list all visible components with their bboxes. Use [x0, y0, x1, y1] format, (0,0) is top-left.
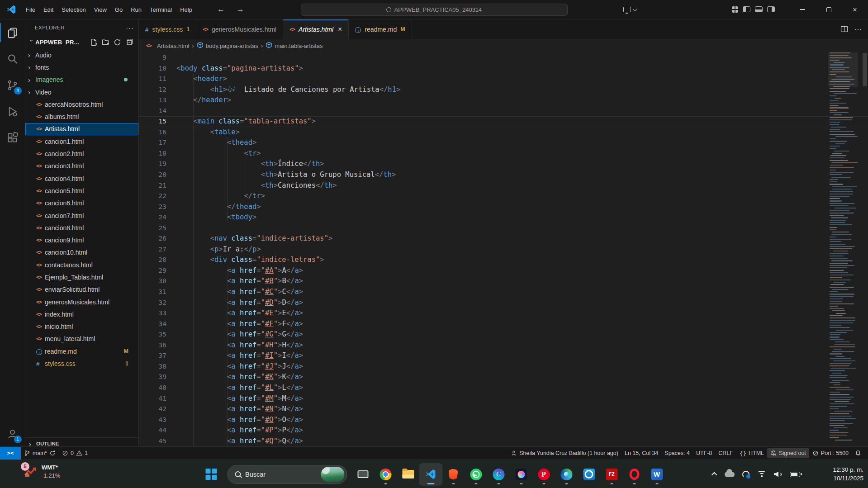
explorer-item-cancion2.html[interactable]: <>cancion2.html: [25, 147, 138, 160]
taskbar-icon-filezilla[interactable]: [600, 464, 623, 485]
cursor-position-item[interactable]: Ln 15, Col 34: [621, 448, 661, 458]
sync-tray-icon[interactable]: [742, 471, 749, 478]
back-arrow-icon[interactable]: ←: [217, 5, 225, 14]
code-line-20[interactable]: 20 <th>Artista o Grupo Musical</th>: [139, 170, 868, 180]
remote-indicator[interactable]: ><: [0, 447, 21, 460]
menu-terminal[interactable]: Terminal: [146, 4, 176, 15]
tab-generosMusicales.html[interactable]: <>generosMusicales.html: [196, 19, 283, 39]
taskbar-icon-pinterest[interactable]: [532, 464, 555, 485]
explorer-item-styless.css[interactable]: #styless.css1: [25, 357, 138, 370]
line-number[interactable]: 34: [139, 319, 166, 330]
taskbar-icon-outlook[interactable]: [578, 464, 600, 485]
explorer-item-Imagenes[interactable]: ›Imagenes: [25, 74, 138, 86]
language-mode-item[interactable]: {} HTML: [736, 448, 767, 458]
code-line-15[interactable]: 15 <main class="tabla-artistas">: [139, 116, 868, 127]
extensions-view-icon[interactable]: [0, 124, 25, 151]
line-number[interactable]: 42: [139, 404, 166, 415]
explorer-item-inicio.html[interactable]: <>inicio.html: [25, 321, 138, 333]
explorer-item-readme.md[interactable]: ireadme.mdM: [25, 345, 138, 357]
line-number[interactable]: 39: [139, 372, 166, 383]
code-line-39[interactable]: 39 <a href="#K">K</a>: [139, 372, 868, 383]
code-line-29[interactable]: 29 <a href="#A">A</a>: [139, 265, 868, 276]
line-number[interactable]: 33: [139, 308, 166, 319]
explorer-item-enviarSolicitud.html[interactable]: <>enviarSolicitud.html: [25, 284, 138, 296]
battery-icon[interactable]: [790, 472, 800, 477]
tab-readme.md[interactable]: ireadme.mdM: [349, 19, 412, 39]
toggle-panel-icon[interactable]: [755, 6, 763, 12]
explorer-item-cancion8.html[interactable]: <>cancion8.html: [25, 222, 138, 234]
explorer-item-acercaNosotros.html[interactable]: <>acercaNosotros.html: [25, 98, 138, 110]
breadcrumb-item[interactable]: body.pagina-artistas: [197, 42, 258, 50]
volume-icon[interactable]: [774, 471, 782, 478]
code-line-30[interactable]: 30 <a href="#B">B</a>: [139, 276, 868, 287]
code-line-22[interactable]: 22 </tr>: [139, 191, 868, 202]
menu-selection[interactable]: Selection: [57, 4, 90, 15]
explorer-item-cancion7.html[interactable]: <>cancion7.html: [25, 209, 138, 222]
menu-file[interactable]: File: [22, 4, 39, 15]
menu-help[interactable]: Help: [176, 4, 196, 15]
line-number[interactable]: 18: [139, 148, 166, 159]
accounts-icon[interactable]: 1: [0, 421, 25, 447]
code-line-32[interactable]: 32 <a href="#D">D</a>: [139, 298, 868, 308]
problems-item[interactable]: 0 1: [59, 448, 91, 458]
explorer-item-index.html[interactable]: <>index.html: [25, 308, 138, 320]
line-number[interactable]: 35: [139, 329, 166, 340]
tab-styless.css[interactable]: #styless.css1: [139, 19, 196, 39]
code-line-36[interactable]: 36 <a href="#H">H</a>: [139, 340, 868, 351]
line-number[interactable]: 40: [139, 383, 166, 393]
explorer-item-cancion10.html[interactable]: <>cancion10.html: [25, 246, 138, 259]
code-line-41[interactable]: 41 <a href="#M">M</a>: [139, 393, 868, 404]
minimize-button[interactable]: [789, 0, 816, 19]
line-number[interactable]: 45: [139, 436, 166, 447]
line-number[interactable]: 25: [139, 223, 166, 234]
run-debug-view-icon[interactable]: [0, 98, 25, 124]
code-line-40[interactable]: 40 <a href="#L">L</a>: [139, 383, 868, 393]
encoding-item[interactable]: UTF-8: [693, 448, 715, 458]
minimap-slider[interactable]: [828, 52, 858, 87]
line-number[interactable]: 37: [139, 351, 166, 361]
line-number[interactable]: 13: [139, 95, 166, 106]
line-number[interactable]: 36: [139, 340, 166, 351]
taskbar-icon-word[interactable]: [645, 464, 668, 485]
line-number[interactable]: 23: [139, 202, 166, 213]
code-line-33[interactable]: 33 <a href="#E">E</a>: [139, 308, 868, 319]
line-number[interactable]: 20: [139, 170, 166, 180]
line-number[interactable]: 12: [139, 85, 166, 95]
line-number[interactable]: 9: [139, 52, 166, 63]
onedrive-cloud-icon[interactable]: [725, 472, 735, 477]
code-line-17[interactable]: 17 <thead>: [139, 137, 868, 148]
scrollbar-thumb[interactable]: [863, 53, 867, 86]
line-number[interactable]: 26: [139, 233, 166, 244]
line-number[interactable]: 14: [139, 106, 166, 117]
wifi-icon[interactable]: [757, 471, 766, 478]
explorer-item-albums.html[interactable]: <>albums.html: [25, 110, 138, 123]
code-line-28[interactable]: 28 <div class="indice-letras">: [139, 255, 868, 265]
code-line-18[interactable]: 18 <tr>: [139, 148, 868, 159]
line-number[interactable]: 27: [139, 244, 166, 255]
port-item[interactable]: Port : 5500: [809, 448, 852, 458]
line-number[interactable]: 29: [139, 265, 166, 276]
toggle-secondary-sidebar-icon[interactable]: [767, 6, 775, 12]
menu-view[interactable]: View: [90, 4, 111, 15]
explorer-item-Artistas.html[interactable]: <>Artistas.html: [25, 123, 138, 135]
code-line-27[interactable]: 27 <p>Ir a:</p>: [139, 244, 868, 255]
vertical-scrollbar[interactable]: [862, 52, 868, 475]
code-line-35[interactable]: 35 <a href="#G">G</a>: [139, 329, 868, 340]
explorer-item-cancion1.html[interactable]: <>cancion1.html: [25, 135, 138, 147]
code-line-34[interactable]: 34 <a href="#F">F</a>: [139, 319, 868, 330]
source-control-view-icon[interactable]: 4: [0, 72, 25, 98]
command-center-search[interactable]: APPWEB_PRACTICA05_240314: [301, 4, 568, 16]
start-button[interactable]: [200, 464, 223, 485]
code-line-26[interactable]: 26 <nav class="indice-artistas">: [139, 233, 868, 244]
code-line-19[interactable]: 19 <th>Índice</th>: [139, 159, 868, 170]
breadcrumb-item[interactable]: <>Artistas.html: [146, 43, 190, 49]
close-window-button[interactable]: ×: [842, 0, 868, 19]
line-number[interactable]: 22: [139, 191, 166, 202]
new-folder-icon[interactable]: [102, 38, 109, 46]
git-branch-item[interactable]: main*: [21, 448, 59, 458]
line-number[interactable]: 28: [139, 255, 166, 265]
tray-chevron-up-icon[interactable]: [711, 472, 717, 478]
code-line-44[interactable]: 44 <a href="#P">P</a>: [139, 425, 868, 436]
taskbar-icon-brave[interactable]: [442, 464, 465, 485]
code-line-14[interactable]: 14: [139, 106, 868, 117]
